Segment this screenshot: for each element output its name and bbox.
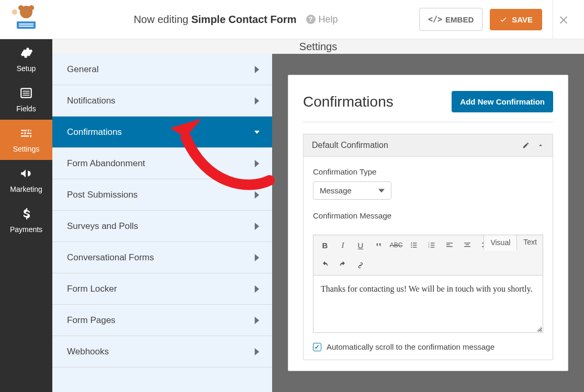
settings-item-surveys-polls[interactable]: Surveys and Polls [52,211,272,242]
chevron-right-icon [254,160,260,167]
rail-label: Fields [16,105,36,113]
settings-item-conversational-forms[interactable]: Conversational Forms [52,242,272,273]
svg-text:3: 3 [428,246,430,248]
embed-button[interactable]: </> EMBED [419,8,482,31]
settings-item-label: Conversational Forms [67,252,154,263]
rail-item-setup[interactable]: Setup [0,39,52,79]
checkbox[interactable]: ✓ [313,343,321,351]
settings-item-general[interactable]: General [52,54,272,85]
chevron-up-icon[interactable] [537,142,544,149]
close-button[interactable] [553,0,574,39]
code-icon: </> [428,15,442,24]
select-value: Message [320,186,352,195]
rail-item-settings[interactable]: Settings [0,120,52,160]
bullhorn-icon [19,167,33,182]
pencil-icon[interactable] [522,142,530,149]
chevron-right-icon [254,285,260,293]
sliders-icon [19,126,33,142]
resize-handle-icon [536,326,542,331]
toolbar-redo[interactable] [335,258,350,272]
help-link[interactable]: ? Help [306,14,338,25]
svg-rect-27 [464,243,470,243]
dollar-icon [19,207,33,222]
scroll-checkbox-row[interactable]: ✓ Automatically scroll to the confirmati… [313,342,543,351]
top-bar: Now editing Simple Contact Form ? Help <… [0,0,584,39]
rail-item-marketing[interactable]: Marketing [0,160,52,200]
toolbar-quote[interactable] [371,238,386,252]
toolbar-strike[interactable]: ABC [389,238,403,252]
svg-rect-19 [431,243,434,243]
help-label: Help [319,14,338,25]
top-right: </> EMBED SAVE [419,0,584,39]
svg-rect-29 [464,246,470,247]
settings-item-form-abandonment[interactable]: Form Abandonment [52,148,272,179]
toolbar-align-left[interactable] [442,238,457,252]
toolbar-undo[interactable] [318,258,332,272]
list-icon [19,86,33,101]
svg-rect-28 [466,245,469,245]
top-center: Now editing Simple Contact Form ? Help [52,14,419,26]
editor-textarea[interactable]: Thanks for contacting us! We will be in … [313,275,543,333]
settings-item-webhooks[interactable]: Webhooks [52,336,272,367]
settings-item-label: Surveys and Polls [67,221,138,232]
now-editing-prefix: Now editing [133,14,188,25]
toolbar-italic[interactable]: I [335,238,350,252]
settings-item-label: Form Pages [67,315,116,326]
svg-rect-4 [17,19,36,21]
now-editing: Now editing Simple Contact Form [133,14,296,26]
accordion-header[interactable]: Default Confirmation [303,134,553,157]
settings-item-confirmations[interactable]: Confirmations [52,117,272,148]
save-label: SAVE [512,15,533,24]
svg-rect-5 [19,24,33,25]
rail-item-fields[interactable]: Fields [0,79,52,120]
editor-content: Thanks for contacting us! We will be in … [321,284,532,293]
settings-item-post-submissions[interactable]: Post Submissions [52,179,272,211]
embed-label: EMBED [445,15,474,24]
columns: General Notifications Confirmations Form… [52,54,584,392]
canvas: Confirmations Add New Confirmation Defau… [272,54,584,392]
settings-item-label: General [67,64,98,75]
toolbar-ol[interactable]: 123 [424,238,439,252]
form-name: Simple Contact Form [191,14,296,25]
confirmations-panel: Confirmations Add New Confirmation Defau… [288,75,568,371]
chevron-right-icon [254,254,260,261]
svg-rect-26 [446,246,453,247]
toolbar-ul[interactable] [407,238,421,252]
rail-label: Marketing [10,185,42,193]
settings-item-form-locker[interactable]: Form Locker [52,273,272,305]
editor-tab-visual[interactable]: Visual [484,235,517,250]
accordion-title: Default Confirmation [312,141,388,150]
panel-head: Confirmations Add New Confirmation [303,91,553,122]
panel-title: Confirmations [303,94,394,110]
settings-item-notifications[interactable]: Notifications [52,85,272,117]
editor-tab-text[interactable]: Text [517,235,543,250]
chevron-down-icon [378,188,385,194]
svg-rect-9 [23,91,30,92]
save-button[interactable]: SAVE [490,9,542,30]
settings-item-label: Notifications [67,96,116,106]
confirmation-type-select[interactable]: Message [313,181,391,200]
add-new-confirmation-button[interactable]: Add New Confirmation [452,91,553,112]
gear-icon [19,46,33,61]
toolbar-align-center[interactable] [460,238,475,252]
svg-point-12 [411,243,412,244]
svg-rect-25 [446,245,450,245]
confirmation-message-label: Confirmation Message [313,211,543,220]
toolbar-underline[interactable]: U [353,238,368,252]
settings-item-label: Form Locker [67,284,117,294]
chevron-right-icon [254,223,260,230]
svg-rect-24 [446,243,453,243]
accordion-body: Confirmation Type Message Confirmation M… [303,157,553,360]
settings-item-form-pages[interactable]: Form Pages [52,305,272,336]
toolbar-bold[interactable]: B [318,238,332,252]
rail-item-payments[interactable]: Payments [0,200,52,240]
svg-point-14 [411,245,412,246]
svg-rect-23 [431,247,434,247]
help-icon: ? [306,15,316,24]
accordion-tools [522,142,544,149]
toolbar-link[interactable] [353,258,368,272]
settings-item-label: Form Abandonment [67,158,145,169]
svg-point-2 [29,5,34,10]
chevron-right-icon [254,66,260,73]
chevron-right-icon [254,191,260,199]
